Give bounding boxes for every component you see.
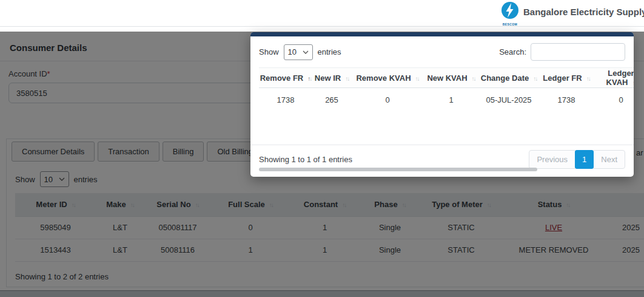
column-header-new-kvah[interactable]: New KVAH↑↓ [424,68,478,88]
page: BESCOM Bangalore Electricity Supply Co C… [0,0,644,297]
sort-arrows-icon: ↑↓ [415,73,419,83]
table-cell: 265 [312,88,351,112]
column-header-remove-fr[interactable]: Remove FR↑↓ [259,68,312,88]
sort-arrows-icon: ↑↓ [632,78,634,87]
modal-search: Search: [499,43,625,61]
current-page-button[interactable]: 1 [575,150,594,169]
column-header-new-ir[interactable]: New IR↑↓ [312,68,351,88]
modal-table-summary: Showing 1 to 1 of 1 entries [259,155,352,164]
horizontal-scrollbar[interactable] [259,168,537,171]
modal-show-label: Show [259,47,279,56]
table-row: 17382650105-JUL-202517380 [259,88,634,112]
table-cell: 1738 [539,88,594,112]
modal-entries-label: entries [318,47,341,56]
modal-accent-bar [250,32,634,36]
app-header: BESCOM Bangalore Electricity Supply Co [0,0,644,27]
column-header-remove-kvah[interactable]: Remove KVAH↑↓ [351,68,424,88]
modal-search-label: Search: [499,47,526,56]
bescom-logo-icon [501,1,519,19]
chevron-down-icon [303,50,309,54]
column-label: Ledger KVAH [606,69,634,87]
modal-search-input[interactable] [531,43,625,61]
sort-arrows-icon: ↑↓ [586,73,590,83]
modal-page-size-value: 10 [288,47,297,56]
bescom-logo-text: BESCOM [501,22,519,26]
column-label: Remove KVAH [356,73,411,83]
table-cell: 1738 [259,88,312,112]
modal-entries-control: Show 10 entries [259,44,341,60]
next-page-button[interactable]: Next [593,150,625,169]
previous-page-button[interactable]: Previous [529,150,575,169]
table-cell: 05-JUL-2025 [478,88,539,112]
brand-title: Bangalore Electricity Supply Co [523,7,644,17]
table-cell: 1 [424,88,478,112]
sort-arrows-icon: ↑↓ [345,73,349,83]
column-label: Change Date [481,73,529,83]
reading-history-table: Remove FR↑↓New IR↑↓Remove KVAH↑↓New KVAH… [259,67,634,112]
column-label: New KVAH [427,73,467,83]
column-label: Remove FR [260,73,304,83]
modal-footer: Showing 1 to 1 of 1 entries Previous 1 N… [250,145,634,169]
pagination: Previous 1 Next [529,150,625,169]
sort-arrows-icon: ↑↓ [533,73,537,83]
header-row: Remove FR↑↓New IR↑↓Remove KVAH↑↓New KVAH… [259,68,634,88]
modal-controls: Show 10 entries Search: [250,36,634,66]
column-label: New IR [315,73,341,83]
modal-table-wrap: Remove FR↑↓New IR↑↓Remove KVAH↑↓New KVAH… [250,67,634,145]
column-header-ledger-fr[interactable]: Ledger FR↑↓ [539,68,594,88]
sort-arrows-icon: ↑↓ [472,73,475,83]
meter-status-modal: Show 10 entries Search: Remove FR↑↓New I… [250,32,634,177]
column-label: Ledger FR [543,73,582,83]
column-header-ledger-kvah[interactable]: Ledger KVAH↑↓ [594,68,634,88]
column-header-change-date[interactable]: Change Date↑↓ [478,68,539,88]
sort-arrows-icon: ↑↓ [307,73,311,83]
bescom-logo: BESCOM [501,1,519,26]
brand: BESCOM Bangalore Electricity Supply Co [501,1,644,26]
modal-page-size-select[interactable]: 10 [284,44,313,60]
table-cell: 0 [594,88,634,112]
table-cell: 0 [351,88,424,112]
